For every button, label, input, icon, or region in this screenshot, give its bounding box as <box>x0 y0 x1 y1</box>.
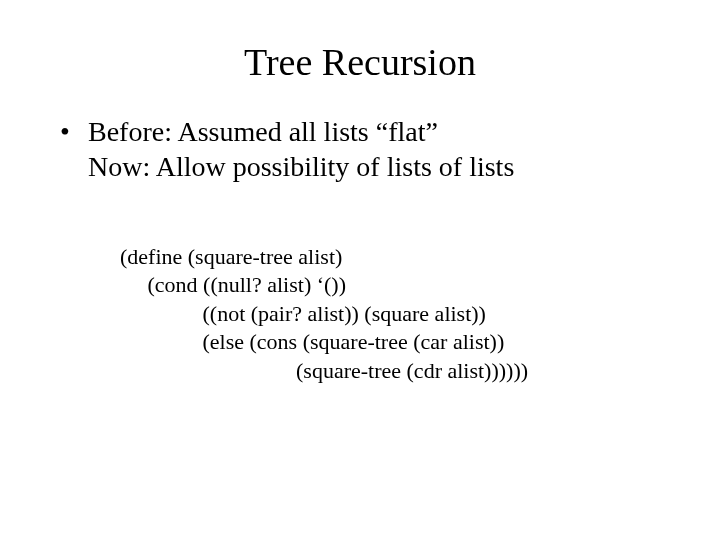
bullet-item: Before: Assumed all lists “flat” Now: Al… <box>60 114 670 184</box>
bullet-list: Before: Assumed all lists “flat” Now: Al… <box>60 114 670 184</box>
code-line: ((not (pair? alist)) (square alist)) <box>120 301 486 326</box>
slide-body: Before: Assumed all lists “flat” Now: Al… <box>0 114 720 414</box>
code-line: (square-tree (cdr alist)))))) <box>120 358 528 383</box>
code-line: (else (cons (square-tree (car alist)) <box>120 329 504 354</box>
slide-title: Tree Recursion <box>0 0 720 114</box>
code-line: (cond ((null? alist) ‘()) <box>120 272 346 297</box>
code-line: (define (square-tree alist) <box>120 244 342 269</box>
slide: Tree Recursion Before: Assumed all lists… <box>0 0 720 540</box>
bullet-line-1: Before: Assumed all lists “flat” <box>88 116 438 147</box>
code-block: (define (square-tree alist) (cond ((null… <box>60 214 670 414</box>
bullet-line-2: Now: Allow possibility of lists of lists <box>88 151 514 182</box>
